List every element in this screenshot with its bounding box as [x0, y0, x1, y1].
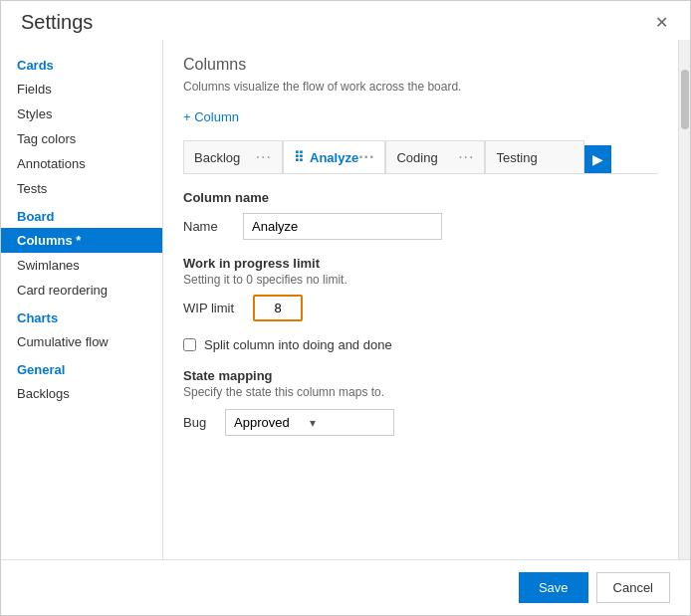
wip-desc: Setting it to 0 specifies no limit. — [183, 273, 658, 287]
name-field-label: Name — [183, 219, 233, 234]
sidebar-item-backlogs[interactable]: Backlogs — [1, 381, 162, 406]
name-input[interactable] — [243, 213, 442, 240]
tab-coding-dots[interactable]: ··· — [458, 148, 474, 166]
tab-coding[interactable]: Coding ··· — [385, 140, 485, 173]
sidebar-item-tests[interactable]: Tests — [1, 176, 162, 201]
sidebar-item-columns[interactable]: Columns * — [1, 228, 162, 253]
sidebar-section-general: General — [1, 354, 162, 381]
wip-label: WIP limit — [183, 301, 243, 315]
sidebar-item-swimlanes[interactable]: Swimlanes — [1, 253, 162, 278]
bug-dropdown[interactable]: Approved ▾ — [225, 409, 394, 436]
bug-dropdown-value: Approved — [234, 415, 310, 430]
analyze-icon: ⠿ — [294, 149, 304, 165]
tab-backlog[interactable]: Backlog ··· — [183, 140, 283, 173]
content-area: Columns Columns visualize the flow of wo… — [163, 40, 678, 559]
tab-analyze-dots[interactable]: ··· — [358, 148, 374, 166]
form-column-name: Column name Name — [183, 190, 658, 240]
dropdown-arrow-icon: ▾ — [310, 416, 385, 430]
columns-tabs: Backlog ··· ⠿ Analyze ··· Coding — [183, 140, 658, 174]
split-checkbox-label: Split column into doing and done — [204, 337, 392, 352]
sidebar-item-tagcolors[interactable]: Tag colors — [1, 126, 162, 151]
sidebar-section-board: Board — [1, 201, 162, 228]
tab-coding-label: Coding — [396, 150, 437, 165]
form-wip-limit: Work in progress limit Setting it to 0 s… — [183, 256, 658, 321]
scrollbar[interactable] — [678, 40, 690, 559]
tab-testing-label: Testing — [496, 150, 537, 165]
tabs-next-button[interactable]: ▶ — [584, 145, 611, 173]
wip-input[interactable] — [253, 295, 303, 321]
columns-heading: Columns — [183, 56, 658, 74]
titlebar: Settings ✕ — [1, 1, 690, 40]
tab-backlog-dots[interactable]: ··· — [256, 148, 272, 166]
dialog-body: Cards Fields Styles Tag colors Annotatio… — [1, 40, 690, 559]
form-state-mapping: State mapping Specify the state this col… — [183, 368, 658, 436]
close-button[interactable]: ✕ — [649, 11, 674, 34]
sidebar: Cards Fields Styles Tag colors Annotatio… — [1, 40, 163, 559]
tab-testing[interactable]: Testing — [485, 140, 584, 173]
tab-backlog-label: Backlog — [194, 150, 240, 165]
sidebar-item-cumulativeflow[interactable]: Cumulative flow — [1, 329, 162, 354]
columns-description: Columns visualize the flow of work acros… — [183, 80, 658, 94]
main-content: Columns Columns visualize the flow of wo… — [163, 40, 690, 559]
wip-title: Work in progress limit — [183, 256, 658, 271]
tab-analyze-label: Analyze — [310, 150, 358, 165]
scrollbar-thumb[interactable] — [681, 70, 689, 129]
sidebar-section-charts: Charts — [1, 303, 162, 329]
cancel-button[interactable]: Cancel — [596, 572, 670, 603]
save-button[interactable]: Save — [519, 572, 588, 603]
add-column-button[interactable]: + Column — [183, 105, 239, 128]
state-mapping-desc: Specify the state this column maps to. — [183, 385, 658, 399]
sidebar-section-cards: Cards — [1, 50, 162, 77]
split-checkbox[interactable] — [183, 338, 196, 351]
sidebar-item-fields[interactable]: Fields — [1, 77, 162, 102]
bug-label: Bug — [183, 415, 213, 430]
dialog-title: Settings — [21, 11, 93, 34]
sidebar-item-styles[interactable]: Styles — [1, 102, 162, 126]
sidebar-item-annotations[interactable]: Annotations — [1, 151, 162, 176]
column-name-label: Column name — [183, 190, 658, 205]
settings-dialog: Settings ✕ Cards Fields Styles Tag color… — [0, 0, 691, 616]
sidebar-item-cardreordering[interactable]: Card reordering — [1, 278, 162, 303]
dialog-footer: Save Cancel — [1, 559, 690, 615]
split-checkbox-row: Split column into doing and done — [183, 337, 658, 352]
state-mapping-title: State mapping — [183, 368, 658, 383]
tab-analyze[interactable]: ⠿ Analyze ··· — [283, 140, 385, 174]
